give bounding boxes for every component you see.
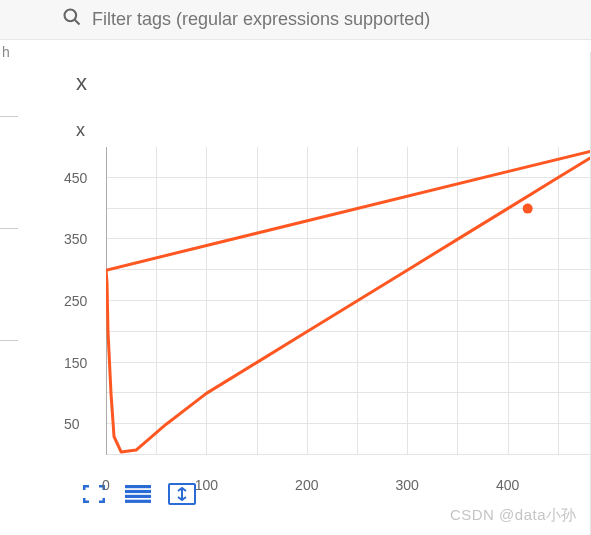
svg-rect-5 — [125, 490, 151, 493]
svg-rect-4 — [125, 485, 151, 488]
search-input[interactable] — [92, 9, 591, 30]
left-sidebar-edge: h — [0, 0, 18, 535]
svg-rect-7 — [125, 500, 151, 503]
chart-title: x — [48, 100, 591, 147]
svg-line-1 — [75, 20, 80, 25]
lines-icon[interactable] — [124, 483, 152, 505]
sidebar-label: h — [2, 44, 10, 60]
chart-area: 50150250350450 0100200300400500 — [106, 147, 591, 455]
svg-point-0 — [65, 10, 77, 22]
svg-rect-6 — [125, 495, 151, 498]
chart-panel: x x 50150250350450 0100200300400500 — [48, 52, 591, 535]
fit-domain-button[interactable] — [168, 483, 196, 505]
search-icon — [62, 7, 82, 32]
watermark: CSDN @data小孙 — [450, 506, 577, 525]
chart-plot[interactable] — [106, 147, 591, 455]
svg-point-3 — [523, 204, 533, 214]
filter-bar — [0, 0, 591, 40]
panel-tag: x — [48, 52, 591, 100]
